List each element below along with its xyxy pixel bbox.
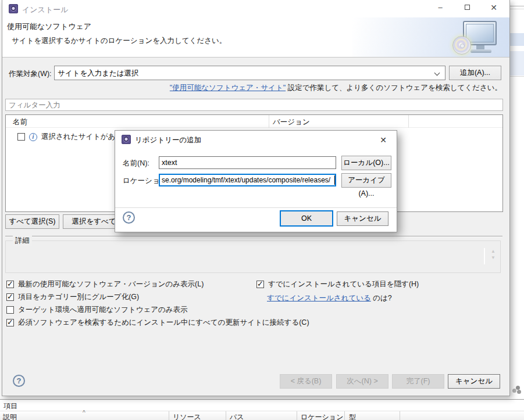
work-with-combo[interactable]: サイトを入力または選択 (54, 66, 445, 80)
problems-tree-row[interactable]: 項目 (0, 400, 524, 411)
checkbox[interactable] (6, 319, 14, 326)
option-label: 項目をカテゴリー別にグループ化(G) (18, 292, 139, 302)
column-type[interactable]: 型 (349, 412, 356, 420)
already-installed-question: すでにインストールされている のは? (267, 293, 392, 303)
table-row[interactable]: i 選択されたサイトがありま (17, 132, 130, 142)
already-installed-suffix: のは? (371, 294, 392, 302)
header-separator (2, 57, 509, 58)
info-icon: i (29, 133, 37, 141)
software-sites-hint: "使用可能なソフトウェア・サイト" 設定で作業して、より多くのソフトウェアを検索… (170, 83, 502, 93)
details-group: 詳細 ▲▼ (5, 240, 501, 273)
back-button[interactable]: < 戻る(B) (280, 374, 332, 389)
option-show-latest[interactable]: 最新の使用可能なソフトウェア・バージョンのみ表示(L) (6, 279, 204, 289)
column-description[interactable]: 説明 (3, 412, 17, 420)
add-button[interactable]: 追加(A)... (449, 66, 501, 80)
problems-table-header: 説明 ^ リソース パス ロケーション 型 (0, 411, 524, 420)
groove-separator (5, 236, 502, 237)
checkbox[interactable] (6, 281, 14, 288)
option-label: ターゲット環境へ適用可能なソフトウェアのみ表示 (18, 305, 188, 315)
close-icon: ✕ (380, 135, 387, 145)
column-divider[interactable] (400, 411, 400, 420)
sort-ascending-icon: ^ (83, 410, 85, 416)
problems-row-label: 項目 (3, 401, 17, 411)
chevron-down-icon (434, 70, 440, 76)
column-divider[interactable] (297, 411, 297, 420)
checkbox[interactable] (256, 281, 264, 288)
column-location[interactable]: ロケーション (301, 412, 343, 420)
eclipse-icon (9, 4, 18, 13)
column-path[interactable]: パス (230, 412, 244, 420)
help-button[interactable]: ? (13, 375, 25, 387)
page-subtitle: サイトを選択するかサイトのロケーションを入力してください。 (12, 36, 226, 46)
repo-separator (115, 207, 397, 208)
column-resource[interactable]: リソース (173, 412, 201, 420)
window-title: インストール (22, 5, 69, 15)
page-title: 使用可能なソフトウェア (7, 21, 91, 32)
next-button[interactable]: 次へ(N) > (336, 374, 388, 389)
background-dots-icon (512, 386, 522, 394)
repo-name-input[interactable] (159, 156, 336, 169)
local-button[interactable]: ローカル(O)... (341, 156, 391, 170)
row-checkbox[interactable] (17, 133, 25, 141)
option-label: 必須ソフトウェアを検索するためにインストール中にすべての更新サイトに接続する(C… (18, 318, 309, 328)
table-header: 名前 バージョン (6, 115, 502, 128)
column-divider[interactable] (269, 115, 269, 128)
option-hide-installed[interactable]: すでにインストールされている項目を隠す(H) (256, 279, 419, 289)
option-contact-update-sites[interactable]: 必須ソフトウェアを検索するためにインストール中にすべての更新サイトに接続する(C… (6, 318, 309, 328)
toolbar-edge-line (510, 9, 524, 9)
repo-name-label: 名前(N): (123, 159, 149, 168)
install-wizard-graphic (461, 21, 498, 55)
software-sites-hint-text: 設定で作業して、より多くのソフトウェアを検索してください。 (286, 84, 502, 92)
editor-band (510, 33, 524, 46)
select-all-button[interactable]: すべて選択(S) (5, 214, 59, 229)
repo-close-button[interactable]: ✕ (375, 134, 392, 146)
checkbox[interactable] (6, 306, 14, 314)
repo-help-button[interactable]: ? (123, 211, 135, 224)
wizard-header: 使用可能なソフトウェア サイトを選択するかサイトのロケーションを入力してください… (2, 17, 509, 57)
close-button[interactable]: ✕ (483, 0, 504, 15)
checkbox[interactable] (6, 293, 14, 301)
maximize-button[interactable] (457, 0, 477, 15)
add-repository-dialog: リポジトリーの追加 ✕ 名前(N): ローカル(O)... ロケーション(L):… (115, 130, 397, 232)
option-group-by-category[interactable]: 項目をカテゴリー別にグループ化(G) (6, 292, 139, 302)
close-icon: ✕ (490, 3, 497, 12)
repo-dialog-title: リポジトリーの追加 (135, 135, 201, 145)
filter-input[interactable] (5, 99, 503, 111)
maximize-icon (465, 5, 470, 10)
details-label: 詳細 (13, 236, 32, 246)
repo-location-input[interactable] (159, 174, 336, 186)
work-with-label: 作業対象(W): (9, 69, 52, 79)
eclipse-icon (122, 135, 131, 144)
details-scroll-icons: ▲▼ (491, 248, 496, 261)
minimize-icon: – (438, 3, 442, 12)
column-version[interactable]: バージョン (273, 117, 310, 127)
install-titlebar[interactable]: インストール – ✕ (2, 0, 509, 17)
column-divider[interactable] (226, 411, 226, 420)
toolbar-edge-line (510, 6, 524, 6)
editor-edge-line (510, 76, 524, 77)
column-divider[interactable] (344, 411, 345, 420)
screen: 項目 説明 ^ リソース パス ロケーション 型 インストール – ✕ 使用可能… (0, 0, 524, 420)
cd-disc-icon (452, 36, 471, 55)
repo-cancel-button[interactable]: キャンセル (337, 211, 388, 226)
finish-button[interactable]: 完了(F) (392, 374, 444, 389)
workbench-background-right (510, 0, 524, 399)
archive-button[interactable]: アーカイブ(A)... (341, 173, 391, 188)
ok-button[interactable]: OK (280, 210, 333, 227)
column-divider[interactable] (169, 411, 169, 420)
software-sites-link[interactable]: "使用可能なソフトウェア・サイト" (170, 84, 286, 92)
option-label: 最新の使用可能なソフトウェア・バージョンのみ表示(L) (18, 279, 204, 289)
editor-band (510, 51, 524, 76)
column-name[interactable]: 名前 (13, 117, 27, 127)
cancel-button[interactable]: キャンセル (448, 374, 500, 389)
work-with-value: サイトを入力または選択 (58, 69, 139, 78)
monitor-stand (476, 45, 484, 49)
minimize-button[interactable]: – (430, 0, 451, 15)
monitor-base (470, 49, 491, 53)
column-divider[interactable] (408, 115, 409, 128)
text-caret (334, 175, 335, 185)
details-scroll-bar (484, 248, 485, 264)
option-target-environment[interactable]: ターゲット環境へ適用可能なソフトウェアのみ表示 (6, 305, 188, 315)
already-installed-link[interactable]: すでにインストールされている (267, 294, 371, 302)
option-label: すでにインストールされている項目を隠す(H) (268, 279, 419, 289)
